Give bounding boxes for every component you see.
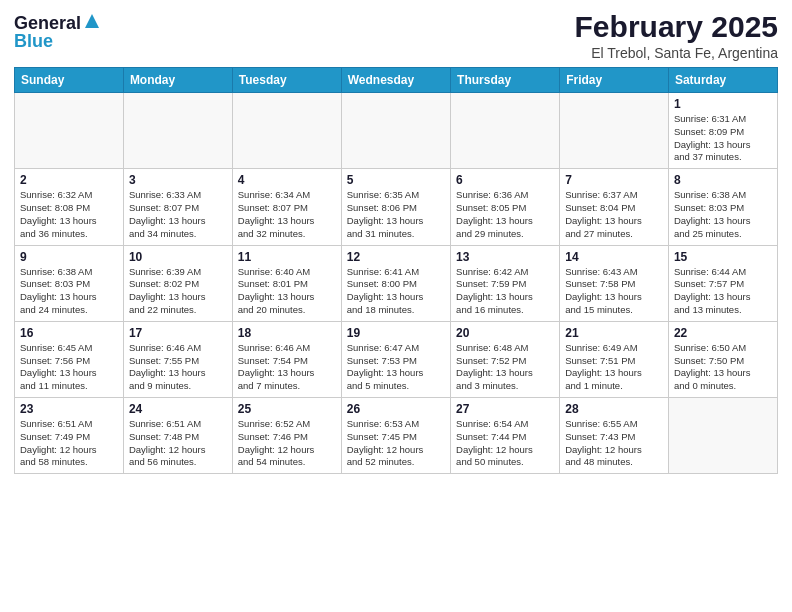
day-cell-1-5: 7Sunrise: 6:37 AM Sunset: 8:04 PM Daylig… [560, 169, 669, 245]
day-number-2-5: 14 [565, 250, 663, 264]
day-info-1-1: Sunrise: 6:33 AM Sunset: 8:07 PM Dayligh… [129, 189, 227, 240]
day-cell-3-2: 18Sunrise: 6:46 AM Sunset: 7:54 PM Dayli… [232, 321, 341, 397]
day-info-2-4: Sunrise: 6:42 AM Sunset: 7:59 PM Dayligh… [456, 266, 554, 317]
header-saturday: Saturday [668, 68, 777, 93]
day-cell-2-4: 13Sunrise: 6:42 AM Sunset: 7:59 PM Dayli… [451, 245, 560, 321]
day-number-3-3: 19 [347, 326, 445, 340]
day-number-3-1: 17 [129, 326, 227, 340]
day-number-0-6: 1 [674, 97, 772, 111]
day-cell-1-2: 4Sunrise: 6:34 AM Sunset: 8:07 PM Daylig… [232, 169, 341, 245]
header-tuesday: Tuesday [232, 68, 341, 93]
day-number-4-3: 26 [347, 402, 445, 416]
svg-marker-0 [85, 14, 99, 28]
week-row-0: 1Sunrise: 6:31 AM Sunset: 8:09 PM Daylig… [15, 93, 778, 169]
week-row-4: 23Sunrise: 6:51 AM Sunset: 7:49 PM Dayli… [15, 398, 778, 474]
day-number-2-0: 9 [20, 250, 118, 264]
day-number-1-4: 6 [456, 173, 554, 187]
day-number-2-2: 11 [238, 250, 336, 264]
day-info-3-4: Sunrise: 6:48 AM Sunset: 7:52 PM Dayligh… [456, 342, 554, 393]
day-cell-2-5: 14Sunrise: 6:43 AM Sunset: 7:58 PM Dayli… [560, 245, 669, 321]
week-row-2: 9Sunrise: 6:38 AM Sunset: 8:03 PM Daylig… [15, 245, 778, 321]
day-cell-4-1: 24Sunrise: 6:51 AM Sunset: 7:48 PM Dayli… [123, 398, 232, 474]
day-cell-0-4 [451, 93, 560, 169]
title-area: February 2025 El Trebol, Santa Fe, Argen… [575, 10, 778, 61]
day-info-2-3: Sunrise: 6:41 AM Sunset: 8:00 PM Dayligh… [347, 266, 445, 317]
day-cell-4-2: 25Sunrise: 6:52 AM Sunset: 7:46 PM Dayli… [232, 398, 341, 474]
logo-text-blue: Blue [14, 32, 53, 52]
day-info-4-2: Sunrise: 6:52 AM Sunset: 7:46 PM Dayligh… [238, 418, 336, 469]
day-info-0-6: Sunrise: 6:31 AM Sunset: 8:09 PM Dayligh… [674, 113, 772, 164]
logo-arrow-icon [83, 12, 101, 30]
day-number-4-2: 25 [238, 402, 336, 416]
day-cell-3-5: 21Sunrise: 6:49 AM Sunset: 7:51 PM Dayli… [560, 321, 669, 397]
day-info-1-4: Sunrise: 6:36 AM Sunset: 8:05 PM Dayligh… [456, 189, 554, 240]
day-cell-2-1: 10Sunrise: 6:39 AM Sunset: 8:02 PM Dayli… [123, 245, 232, 321]
day-info-2-0: Sunrise: 6:38 AM Sunset: 8:03 PM Dayligh… [20, 266, 118, 317]
header-monday: Monday [123, 68, 232, 93]
day-number-1-5: 7 [565, 173, 663, 187]
day-info-2-1: Sunrise: 6:39 AM Sunset: 8:02 PM Dayligh… [129, 266, 227, 317]
day-info-2-5: Sunrise: 6:43 AM Sunset: 7:58 PM Dayligh… [565, 266, 663, 317]
week-row-3: 16Sunrise: 6:45 AM Sunset: 7:56 PM Dayli… [15, 321, 778, 397]
day-info-1-0: Sunrise: 6:32 AM Sunset: 8:08 PM Dayligh… [20, 189, 118, 240]
day-info-3-0: Sunrise: 6:45 AM Sunset: 7:56 PM Dayligh… [20, 342, 118, 393]
calendar-table: Sunday Monday Tuesday Wednesday Thursday… [14, 67, 778, 474]
header-thursday: Thursday [451, 68, 560, 93]
week-row-1: 2Sunrise: 6:32 AM Sunset: 8:08 PM Daylig… [15, 169, 778, 245]
day-info-4-0: Sunrise: 6:51 AM Sunset: 7:49 PM Dayligh… [20, 418, 118, 469]
day-cell-3-1: 17Sunrise: 6:46 AM Sunset: 7:55 PM Dayli… [123, 321, 232, 397]
day-cell-4-0: 23Sunrise: 6:51 AM Sunset: 7:49 PM Dayli… [15, 398, 124, 474]
day-cell-0-5 [560, 93, 669, 169]
day-cell-3-6: 22Sunrise: 6:50 AM Sunset: 7:50 PM Dayli… [668, 321, 777, 397]
day-number-4-1: 24 [129, 402, 227, 416]
day-info-2-2: Sunrise: 6:40 AM Sunset: 8:01 PM Dayligh… [238, 266, 336, 317]
day-cell-4-5: 28Sunrise: 6:55 AM Sunset: 7:43 PM Dayli… [560, 398, 669, 474]
day-cell-3-0: 16Sunrise: 6:45 AM Sunset: 7:56 PM Dayli… [15, 321, 124, 397]
logo: General Blue [14, 14, 101, 52]
day-info-1-2: Sunrise: 6:34 AM Sunset: 8:07 PM Dayligh… [238, 189, 336, 240]
day-info-2-6: Sunrise: 6:44 AM Sunset: 7:57 PM Dayligh… [674, 266, 772, 317]
day-cell-0-1 [123, 93, 232, 169]
day-cell-0-3 [341, 93, 450, 169]
day-cell-2-6: 15Sunrise: 6:44 AM Sunset: 7:57 PM Dayli… [668, 245, 777, 321]
day-info-3-5: Sunrise: 6:49 AM Sunset: 7:51 PM Dayligh… [565, 342, 663, 393]
day-cell-1-3: 5Sunrise: 6:35 AM Sunset: 8:06 PM Daylig… [341, 169, 450, 245]
day-number-3-6: 22 [674, 326, 772, 340]
page: General Blue February 2025 El Trebol, Sa… [0, 0, 792, 612]
day-number-4-5: 28 [565, 402, 663, 416]
day-cell-3-3: 19Sunrise: 6:47 AM Sunset: 7:53 PM Dayli… [341, 321, 450, 397]
day-number-3-5: 21 [565, 326, 663, 340]
day-cell-1-4: 6Sunrise: 6:36 AM Sunset: 8:05 PM Daylig… [451, 169, 560, 245]
day-info-1-5: Sunrise: 6:37 AM Sunset: 8:04 PM Dayligh… [565, 189, 663, 240]
day-number-1-6: 8 [674, 173, 772, 187]
day-number-1-2: 4 [238, 173, 336, 187]
day-info-4-3: Sunrise: 6:53 AM Sunset: 7:45 PM Dayligh… [347, 418, 445, 469]
day-cell-2-0: 9Sunrise: 6:38 AM Sunset: 8:03 PM Daylig… [15, 245, 124, 321]
weekday-header-row: Sunday Monday Tuesday Wednesday Thursday… [15, 68, 778, 93]
calendar-title: February 2025 [575, 10, 778, 43]
day-number-3-4: 20 [456, 326, 554, 340]
day-number-2-6: 15 [674, 250, 772, 264]
day-info-4-5: Sunrise: 6:55 AM Sunset: 7:43 PM Dayligh… [565, 418, 663, 469]
day-cell-0-0 [15, 93, 124, 169]
day-number-1-3: 5 [347, 173, 445, 187]
day-cell-2-3: 12Sunrise: 6:41 AM Sunset: 8:00 PM Dayli… [341, 245, 450, 321]
day-cell-2-2: 11Sunrise: 6:40 AM Sunset: 8:01 PM Dayli… [232, 245, 341, 321]
header-sunday: Sunday [15, 68, 124, 93]
day-cell-1-0: 2Sunrise: 6:32 AM Sunset: 8:08 PM Daylig… [15, 169, 124, 245]
day-number-1-0: 2 [20, 173, 118, 187]
day-info-4-1: Sunrise: 6:51 AM Sunset: 7:48 PM Dayligh… [129, 418, 227, 469]
day-cell-4-3: 26Sunrise: 6:53 AM Sunset: 7:45 PM Dayli… [341, 398, 450, 474]
day-number-3-2: 18 [238, 326, 336, 340]
day-info-1-6: Sunrise: 6:38 AM Sunset: 8:03 PM Dayligh… [674, 189, 772, 240]
day-number-2-1: 10 [129, 250, 227, 264]
day-info-3-2: Sunrise: 6:46 AM Sunset: 7:54 PM Dayligh… [238, 342, 336, 393]
day-info-1-3: Sunrise: 6:35 AM Sunset: 8:06 PM Dayligh… [347, 189, 445, 240]
day-cell-1-1: 3Sunrise: 6:33 AM Sunset: 8:07 PM Daylig… [123, 169, 232, 245]
calendar-subtitle: El Trebol, Santa Fe, Argentina [575, 45, 778, 61]
day-number-4-4: 27 [456, 402, 554, 416]
day-number-2-3: 12 [347, 250, 445, 264]
day-info-3-3: Sunrise: 6:47 AM Sunset: 7:53 PM Dayligh… [347, 342, 445, 393]
day-cell-3-4: 20Sunrise: 6:48 AM Sunset: 7:52 PM Dayli… [451, 321, 560, 397]
day-cell-4-4: 27Sunrise: 6:54 AM Sunset: 7:44 PM Dayli… [451, 398, 560, 474]
